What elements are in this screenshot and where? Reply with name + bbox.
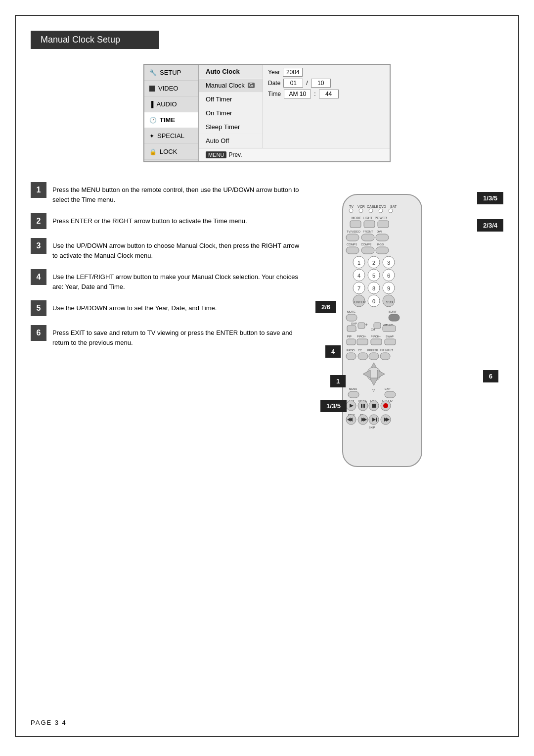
year-row: Year 2004 bbox=[268, 68, 385, 77]
step-3: 3 Use the UP/DOWN arrow button to choose… bbox=[31, 238, 301, 260]
step-3-number: 3 bbox=[31, 238, 46, 254]
tv-menu-submenu: Auto Clock Manual Clock G Off Timer On T… bbox=[199, 65, 263, 148]
speaker-icon: ▐ bbox=[149, 101, 154, 108]
page-title: Manual Clock Setup bbox=[31, 31, 159, 49]
submenu-off-timer: Off Timer bbox=[199, 93, 263, 106]
svg-rect-100 bbox=[363, 404, 365, 408]
tv-menu: 🔧 SETUP VIDEO ▐ AUDIO 🕐 TIME bbox=[143, 64, 391, 162]
svg-text:TV/VIDEO: TV/VIDEO bbox=[347, 230, 360, 233]
svg-point-6 bbox=[349, 209, 353, 213]
svg-text:MUTE: MUTE bbox=[347, 310, 356, 313]
menu-item-time-label: TIME bbox=[160, 116, 175, 124]
svg-point-8 bbox=[369, 209, 373, 213]
time-value2: 44 bbox=[319, 90, 339, 98]
submenu-auto-off: Auto Off bbox=[199, 134, 263, 148]
step-4-text: Use the LEFT/RIGHT arrow button to make … bbox=[52, 269, 301, 291]
tv-menu-content: Auto Clock Manual Clock G Off Timer On T… bbox=[199, 65, 390, 148]
svg-point-7 bbox=[359, 209, 363, 213]
svg-text:DVD: DVD bbox=[379, 205, 386, 208]
remote-svg: TV VCR CABLE DVD SAT MODE LIGHT bbox=[315, 192, 454, 474]
step-1-number: 1 bbox=[31, 182, 46, 198]
svg-point-10 bbox=[389, 209, 393, 213]
svg-text:MODE: MODE bbox=[352, 216, 361, 220]
label-234: 2/3/4 bbox=[477, 219, 503, 232]
svg-text:9: 9 bbox=[387, 285, 390, 291]
date-value2: 10 bbox=[311, 79, 331, 88]
menu-item-audio: ▐ AUDIO bbox=[144, 96, 198, 112]
steps-list: 1 Press the MENU button on the remote co… bbox=[31, 182, 301, 476]
svg-rect-56 bbox=[389, 314, 400, 321]
time-value1: AM 10 bbox=[284, 90, 311, 98]
menu-button-label: MENU bbox=[206, 151, 226, 158]
svg-rect-72 bbox=[371, 339, 382, 345]
svg-rect-79 bbox=[358, 353, 368, 360]
svg-rect-90 bbox=[348, 391, 359, 398]
svg-text:DVI: DVI bbox=[377, 230, 382, 233]
svg-text:2: 2 bbox=[372, 260, 375, 266]
svg-text:6: 6 bbox=[387, 273, 390, 279]
svg-rect-70 bbox=[347, 339, 356, 345]
svg-text:EXIT: EXIT bbox=[385, 387, 391, 390]
svg-rect-115 bbox=[376, 418, 377, 422]
remote-with-labels: 1/3/5 2/3/4 2/6 4 1 1/3/5 6 bbox=[315, 192, 503, 476]
svg-text:PIP: PIP bbox=[347, 335, 352, 338]
menu-item-lock: 🔒 LOCK bbox=[144, 144, 198, 160]
svg-text:8: 8 bbox=[372, 285, 375, 291]
tv-menu-values-panel: Year 2004 Date 01 / 10 Time AM 10 : bbox=[263, 65, 390, 148]
svg-text:RATIO: RATIO bbox=[347, 349, 355, 352]
svg-text:POWER: POWER bbox=[375, 216, 387, 220]
svg-rect-15 bbox=[364, 221, 375, 228]
svg-rect-91 bbox=[385, 391, 396, 398]
manual-clock-flag: G bbox=[248, 83, 255, 88]
svg-text:PIP INPUT: PIP INPUT bbox=[380, 349, 393, 352]
tv-menu-screenshot: 🔧 SETUP VIDEO ▐ AUDIO 🕐 TIME bbox=[31, 64, 503, 162]
svg-text:CC: CC bbox=[358, 349, 362, 352]
svg-text:0: 0 bbox=[372, 298, 375, 304]
svg-rect-65 bbox=[383, 326, 396, 331]
svg-text:7: 7 bbox=[357, 285, 360, 291]
svg-rect-81 bbox=[380, 353, 390, 360]
svg-text:PIPCH-: PIPCH- bbox=[357, 335, 366, 338]
page-number: PAGE 3 4 bbox=[31, 719, 67, 726]
svg-text:LIGHT: LIGHT bbox=[363, 216, 372, 220]
svg-text:RGB: RGB bbox=[377, 243, 384, 246]
submenu-sleep-timer: Sleep Timer bbox=[199, 120, 263, 134]
submenu-auto-clock: Auto Clock bbox=[199, 65, 263, 79]
svg-text:VCR: VCR bbox=[357, 205, 365, 208]
svg-rect-80 bbox=[369, 353, 379, 360]
date-sep: / bbox=[306, 80, 308, 87]
step-5: 5 Use the UP/DOWN arrow to set the Year,… bbox=[31, 300, 301, 316]
svg-text:SAT: SAT bbox=[390, 205, 397, 208]
tv-menu-sidebar: 🔧 SETUP VIDEO ▐ AUDIO 🕐 TIME bbox=[144, 65, 199, 161]
label-1: 1 bbox=[330, 375, 346, 387]
label-135-bottom: 1/3/5 bbox=[320, 400, 347, 412]
svg-text:SURF: SURF bbox=[389, 310, 397, 313]
step-5-number: 5 bbox=[31, 300, 46, 316]
svg-text:COMP2: COMP2 bbox=[361, 243, 372, 246]
menu-item-video-label: VIDEO bbox=[158, 85, 178, 92]
menu-item-audio-label: AUDIO bbox=[157, 100, 177, 108]
menu-item-time: 🕐 TIME bbox=[144, 112, 198, 128]
step-6-number: 6 bbox=[31, 325, 46, 341]
menu-item-special: ✦ SPECIAL bbox=[144, 128, 198, 144]
svg-text:999: 999 bbox=[386, 300, 393, 304]
svg-rect-14 bbox=[350, 221, 361, 228]
year-value: 2004 bbox=[283, 68, 303, 77]
step-1: 1 Press the MENU button on the remote co… bbox=[31, 182, 301, 204]
step-5-text: Use the UP/DOWN arrow to set the Year, D… bbox=[52, 300, 217, 313]
svg-rect-78 bbox=[346, 353, 356, 360]
clock-icon: 🕐 bbox=[149, 117, 157, 124]
svg-text:5: 5 bbox=[372, 273, 375, 279]
svg-text:FRONT: FRONT bbox=[363, 230, 373, 233]
svg-text:4: 4 bbox=[357, 273, 360, 279]
menu-item-special-label: SPECIAL bbox=[157, 132, 184, 140]
tv-menu-right-panel: Auto Clock Manual Clock G Off Timer On T… bbox=[199, 65, 390, 161]
svg-point-9 bbox=[379, 209, 383, 213]
svg-text:PIPCH+: PIPCH+ bbox=[371, 335, 381, 338]
menu-item-video: VIDEO bbox=[144, 81, 198, 96]
date-value1: 01 bbox=[283, 79, 303, 88]
svg-text:SKIP: SKIP bbox=[369, 426, 375, 429]
time-label: Time bbox=[268, 91, 281, 97]
svg-text:COMP1: COMP1 bbox=[347, 243, 357, 246]
menu-footer: MENU Prev. bbox=[199, 148, 390, 161]
